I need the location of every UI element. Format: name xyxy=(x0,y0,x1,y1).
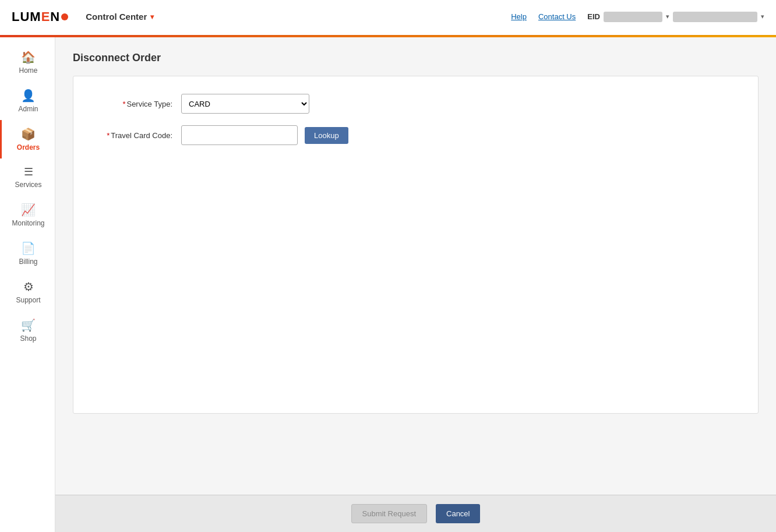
logo-text: LUMEN xyxy=(12,9,60,24)
help-link[interactable]: Help xyxy=(511,12,527,21)
admin-icon: 👤 xyxy=(21,89,36,103)
services-icon: ☰ xyxy=(24,165,33,178)
sidebar-item-services[interactable]: ☰ Services xyxy=(0,158,55,196)
main-content: Disconnect Order *Service Type: CARD *Tr… xyxy=(55,37,776,495)
service-type-select[interactable]: CARD xyxy=(181,94,309,114)
sidebar-label-orders: Orders xyxy=(17,143,40,152)
support-icon: ⚙ xyxy=(23,280,34,294)
sidebar: 🏠 Home 👤 Admin 📦 Orders ☰ Services 📈 Mon… xyxy=(0,37,55,532)
sidebar-label-admin: Admin xyxy=(18,105,38,113)
billing-icon: 📄 xyxy=(21,241,36,255)
sidebar-item-orders[interactable]: 📦 Orders xyxy=(0,120,55,158)
form-card: *Service Type: CARD *Travel Card Code: L… xyxy=(73,76,759,414)
orders-icon: 📦 xyxy=(21,127,36,141)
sidebar-label-monitoring: Monitoring xyxy=(12,219,44,227)
travel-card-code-input[interactable] xyxy=(181,125,298,145)
sidebar-label-services: Services xyxy=(15,181,41,189)
contact-us-link[interactable]: Contact Us xyxy=(538,12,576,21)
travel-card-code-row: *Travel Card Code: Lookup xyxy=(85,125,746,145)
sidebar-label-billing: Billing xyxy=(19,258,37,266)
monitoring-icon: 📈 xyxy=(21,203,36,217)
shop-icon: 🛒 xyxy=(21,318,36,332)
sidebar-item-monitoring[interactable]: 📈 Monitoring xyxy=(0,196,55,234)
sidebar-item-admin[interactable]: 👤 Admin xyxy=(0,82,55,120)
main-wrapper: Disconnect Order *Service Type: CARD *Tr… xyxy=(55,37,776,532)
service-type-row: *Service Type: CARD xyxy=(85,94,746,114)
user-chevron-icon[interactable]: ▾ xyxy=(761,13,764,20)
user-value: ██████████ xyxy=(673,12,757,22)
travel-card-code-required: * xyxy=(107,131,110,140)
home-icon: 🏠 xyxy=(21,50,36,64)
sidebar-item-billing[interactable]: 📄 Billing xyxy=(0,234,55,273)
cancel-button[interactable]: Cancel xyxy=(436,504,480,523)
eid-label: EID xyxy=(587,12,600,21)
travel-card-code-label: *Travel Card Code: xyxy=(85,131,172,140)
logo-dot xyxy=(61,13,68,20)
logo: LUMEN xyxy=(12,9,68,24)
eid-section: EID ██████████ ▾ ██████████ ▾ xyxy=(587,12,764,22)
submit-request-button[interactable]: Submit Request xyxy=(351,504,428,523)
sidebar-label-home: Home xyxy=(19,66,37,75)
chevron-down-icon: ▾ xyxy=(150,13,154,21)
sidebar-label-shop: Shop xyxy=(20,334,36,343)
eid-value: ██████████ xyxy=(604,12,662,22)
lookup-button[interactable]: Lookup xyxy=(305,127,348,144)
control-center-menu[interactable]: Control Center ▾ xyxy=(86,12,154,22)
header: LUMEN Control Center ▾ Help Contact Us E… xyxy=(0,0,776,35)
service-type-label: *Service Type: xyxy=(85,100,172,108)
sidebar-label-support: Support xyxy=(16,296,40,304)
sidebar-item-shop[interactable]: 🛒 Shop xyxy=(0,311,55,350)
header-right: Help Contact Us EID ██████████ ▾ ███████… xyxy=(511,12,764,22)
sidebar-item-home[interactable]: 🏠 Home xyxy=(0,43,55,82)
eid-chevron-icon[interactable]: ▾ xyxy=(666,13,669,20)
service-type-required: * xyxy=(122,100,125,108)
control-center-label: Control Center xyxy=(86,12,147,22)
footer-bar: Submit Request Cancel xyxy=(55,495,776,532)
layout: 🏠 Home 👤 Admin 📦 Orders ☰ Services 📈 Mon… xyxy=(0,37,776,532)
page-title: Disconnect Order xyxy=(73,52,759,64)
sidebar-item-support[interactable]: ⚙ Support xyxy=(0,273,55,311)
